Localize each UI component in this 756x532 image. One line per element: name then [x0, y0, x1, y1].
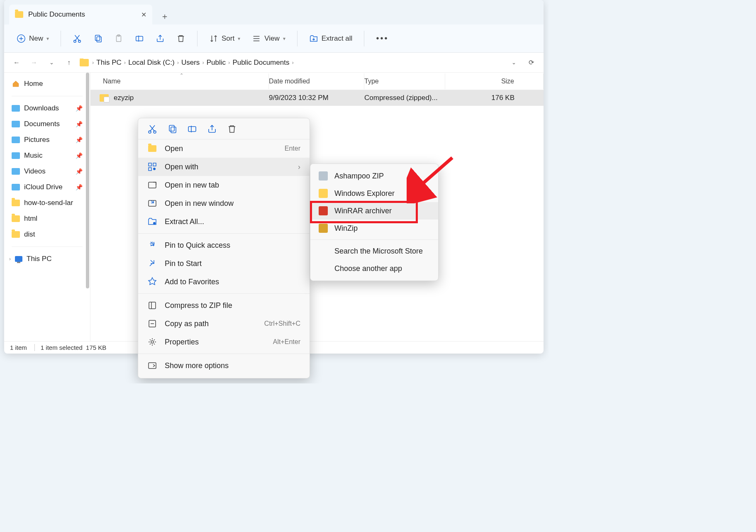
sidebar-item[interactable]: Pictures📌 — [4, 132, 90, 148]
ctx-open[interactable]: OpenEnter — [138, 139, 310, 158]
svg-rect-17 — [149, 182, 156, 188]
ctx-open-window[interactable]: Open in new window — [138, 194, 310, 212]
chevron-down-icon: ▾ — [238, 36, 240, 41]
file-row[interactable]: ezyzip 9/9/2023 10:32 PM Compressed (zip… — [90, 90, 544, 106]
breadcrumb-segment[interactable]: This PC — [96, 59, 121, 67]
svg-rect-10 — [169, 125, 174, 131]
ctx-add-favorites[interactable]: Add to Favorites — [138, 273, 310, 291]
refresh-button[interactable]: ⟳ — [524, 56, 538, 69]
delete-button[interactable] — [172, 32, 190, 46]
ctx-show-more[interactable]: Show more options — [138, 356, 310, 375]
ctx-pin-start[interactable]: Pin to Start — [138, 254, 310, 273]
folder-icon — [12, 215, 20, 222]
ctx-pin-quick[interactable]: Pin to Quick access — [138, 236, 310, 254]
ctx-copy-path[interactable]: Copy as pathCtrl+Shift+C — [138, 315, 310, 333]
address-dropdown[interactable]: ⌄ — [507, 56, 520, 69]
breadcrumb[interactable]: › This PC› Local Disk (C:)› Users› Publi… — [80, 59, 503, 67]
app-icon — [319, 171, 328, 181]
breadcrumb-segment[interactable]: Local Disk (C:) — [128, 59, 174, 67]
sort-button[interactable]: Sort ▾ — [205, 32, 244, 46]
svg-rect-11 — [171, 127, 176, 133]
pin-icon — [147, 259, 157, 268]
column-date[interactable]: Date modified — [269, 73, 364, 89]
chevron-right-icon: › — [9, 256, 11, 262]
openwith-item[interactable]: Ashampoo ZIP — [310, 167, 438, 185]
folder-icon — [12, 152, 20, 159]
cut-icon[interactable] — [147, 124, 157, 134]
breadcrumb-segment[interactable]: Public — [207, 59, 226, 67]
sidebar-item-label: Videos — [24, 167, 46, 176]
extract-all-button[interactable]: Extract all — [305, 32, 357, 46]
folder-icon — [12, 105, 20, 112]
rename-icon[interactable] — [187, 124, 197, 134]
column-size[interactable]: Size — [445, 73, 544, 89]
breadcrumb-segment[interactable]: Users — [181, 59, 200, 67]
openwith-label: WinRAR archiver — [334, 207, 392, 215]
paste-button[interactable] — [110, 32, 127, 46]
chevron-down-icon: ▾ — [46, 36, 49, 41]
new-tab-icon — [147, 180, 157, 190]
ctx-extract-all[interactable]: Extract All... — [138, 212, 310, 231]
openwith-item[interactable]: WinRAR archiver — [310, 202, 438, 220]
sidebar-this-pc[interactable]: › This PC — [4, 251, 90, 267]
forward-button[interactable]: → — [27, 56, 41, 69]
sidebar-item[interactable]: iCloud Drive📌 — [4, 179, 90, 195]
rename-button[interactable] — [131, 32, 148, 46]
folder-icon — [80, 59, 89, 66]
sidebar-item-label: Pictures — [24, 136, 49, 144]
ctx-open-with[interactable]: Open with› — [138, 158, 310, 176]
sidebar-scrollbar[interactable] — [85, 73, 90, 341]
sidebar-item-label: Downloads — [24, 104, 59, 112]
sidebar-item[interactable]: Videos📌 — [4, 164, 90, 179]
chevron-down-icon: ▾ — [283, 36, 285, 41]
svg-point-16 — [153, 168, 156, 170]
new-tab-button[interactable]: ＋ — [156, 8, 173, 24]
file-date: 9/9/2023 10:32 PM — [269, 94, 364, 102]
address-bar-row: ← → ⌄ ↑ › This PC› Local Disk (C:)› User… — [4, 53, 544, 73]
new-button[interactable]: New ▾ — [12, 32, 53, 46]
sidebar-item[interactable]: how-to-send-lar — [4, 195, 90, 211]
extract-icon — [147, 217, 157, 227]
breadcrumb-segment[interactable]: Public Documents — [232, 59, 289, 67]
back-button[interactable]: ← — [10, 56, 23, 69]
up-button[interactable]: ↑ — [62, 56, 76, 69]
sidebar-item[interactable]: Music📌 — [4, 148, 90, 164]
svg-rect-7 — [136, 36, 143, 41]
share-button[interactable] — [151, 32, 169, 46]
openwith-item[interactable]: Windows Explorer — [310, 185, 438, 202]
active-tab[interactable]: Public Documents ✕ — [9, 5, 152, 24]
view-button[interactable]: View ▾ — [248, 32, 290, 46]
copy-icon[interactable] — [167, 124, 177, 134]
openwith-label: Ashampoo ZIP — [334, 172, 384, 181]
recent-dropdown[interactable]: ⌄ — [45, 56, 58, 69]
copy-button[interactable] — [89, 32, 107, 46]
openwith-item[interactable]: Search the Microsoft Store — [310, 242, 438, 260]
close-tab-icon[interactable]: ✕ — [141, 11, 146, 19]
sidebar-item[interactable]: html — [4, 211, 90, 227]
svg-point-19 — [153, 222, 156, 225]
folder-icon — [12, 200, 20, 206]
sidebar-item[interactable]: Documents📌 — [4, 116, 90, 132]
column-type[interactable]: Type — [364, 73, 445, 89]
file-name: ezyzip — [114, 94, 134, 102]
sidebar-item-label: Documents — [24, 120, 60, 128]
share-icon[interactable] — [207, 124, 217, 134]
delete-icon[interactable] — [227, 124, 237, 134]
openwith-item[interactable]: WinZip — [310, 220, 438, 237]
sidebar-item[interactable]: Downloads📌 — [4, 100, 90, 116]
sidebar-item[interactable]: dist — [4, 227, 90, 242]
ctx-compress[interactable]: Compress to ZIP file — [138, 296, 310, 315]
cut-button[interactable] — [68, 32, 86, 46]
openwith-label: WinZip — [334, 224, 358, 233]
pin-icon: 📌 — [76, 152, 83, 159]
openwith-item[interactable]: Choose another app — [310, 260, 438, 277]
more-button[interactable]: ••• — [372, 31, 393, 46]
sidebar-home[interactable]: Home — [4, 76, 90, 92]
openwith-label: Windows Explorer — [334, 189, 395, 198]
zip-icon — [147, 300, 157, 310]
folder-icon — [12, 121, 20, 127]
ctx-open-tab[interactable]: Open in new tab — [138, 176, 310, 194]
ctx-properties[interactable]: PropertiesAlt+Enter — [138, 333, 310, 351]
column-name[interactable]: ⌃Name — [90, 73, 269, 89]
folder-icon — [15, 11, 23, 18]
